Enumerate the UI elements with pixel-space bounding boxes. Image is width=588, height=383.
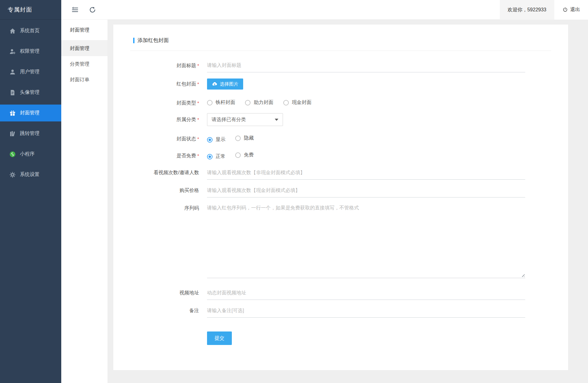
- cloud-upload-icon: [212, 81, 217, 87]
- sidebar-item-permissions[interactable]: 权限管理: [0, 43, 61, 60]
- body-row: 封面管理 封面管理 分类管理 封面订单 添加红包封面 封面标题*: [61, 20, 588, 383]
- gift-icon: [9, 110, 16, 117]
- submenu-item-cover-manage[interactable]: 封面管理: [61, 40, 107, 56]
- field-label: 购买价格: [130, 187, 199, 194]
- radio-option-xianjin[interactable]: 现金封面: [283, 99, 311, 106]
- sidebar-item-label: 系统首页: [20, 28, 40, 34]
- field-control: 提交: [207, 331, 525, 345]
- field-label: 备注: [130, 308, 199, 314]
- field-row-is-free: 是否免费* 正常 免费: [130, 150, 551, 162]
- radio-option-hide[interactable]: 隐藏: [235, 135, 254, 141]
- category-select[interactable]: 请选择已有分类: [207, 113, 283, 126]
- field-row-cover-image: 红包封面* 选择图片: [130, 79, 551, 90]
- purchase-price-input[interactable]: [207, 184, 525, 197]
- field-row-category: 所属分类* 请选择已有分类: [130, 113, 551, 126]
- radio-option-show[interactable]: 显示: [207, 136, 225, 143]
- collapse-menu-icon[interactable]: [71, 6, 79, 13]
- card-title: 添加红包封面: [133, 37, 551, 44]
- submit-row: 提交: [130, 331, 551, 345]
- welcome-user[interactable]: 欢迎你，5922933: [500, 0, 554, 20]
- submenu-title: 封面管理: [61, 20, 107, 40]
- field-control: [207, 184, 525, 197]
- field-label: 序列码: [130, 202, 199, 212]
- field-label: 封面状态*: [130, 136, 199, 142]
- field-row-serial-codes: 序列码: [130, 202, 551, 278]
- title-divider: [130, 51, 551, 51]
- sidebar-item-covers[interactable]: 封面管理: [0, 105, 61, 121]
- refresh-icon[interactable]: [89, 6, 96, 13]
- field-row-cover-status: 封面状态* 显示 隐藏: [130, 133, 551, 145]
- logout-button[interactable]: 退出: [554, 0, 588, 20]
- field-control: [207, 304, 525, 318]
- required-asterisk: *: [197, 100, 199, 105]
- sidebar-item-label: 头像管理: [20, 89, 40, 96]
- field-control: [207, 286, 525, 300]
- serial-codes-textarea[interactable]: [207, 202, 525, 278]
- field-control: 选择图片: [207, 79, 525, 90]
- content-area: 添加红包封面 封面标题* 红包封面*: [107, 20, 588, 383]
- books-icon: [9, 130, 16, 137]
- submit-button[interactable]: 提交: [207, 331, 232, 345]
- main-area: 欢迎你，5922933 退出 封面管理 封面管理 分类管理 封面订单 添加红包封…: [61, 0, 588, 383]
- field-row-remark: 备注: [130, 304, 551, 318]
- sidebar-item-label: 小程序: [20, 151, 35, 157]
- radio-icon-checked: [207, 137, 213, 143]
- field-label: 红包封面*: [130, 81, 199, 87]
- sidebar-item-home[interactable]: 系统首页: [0, 22, 61, 39]
- sidebar-item-settings[interactable]: 系统设置: [0, 166, 61, 183]
- category-select-value: 请选择已有分类: [212, 117, 275, 123]
- field-row-purchase-price: 购买价格: [130, 184, 551, 197]
- home-icon: [9, 28, 16, 34]
- sidebar-item-label: 权限管理: [20, 48, 40, 55]
- submenu: 封面管理 封面管理 分类管理 封面订单: [61, 20, 107, 383]
- field-row-video-count: 看视频次数/邀请人数: [130, 166, 551, 180]
- chevron-down-icon: [275, 119, 278, 121]
- sidebar-item-users[interactable]: 用户管理: [0, 63, 61, 80]
- field-label: 封面标题*: [130, 62, 199, 69]
- sidebar-item-avatars[interactable]: 头像管理: [0, 84, 61, 101]
- field-row-video-url: 视频地址: [130, 286, 551, 300]
- radio-option-zhuli[interactable]: 助力封面: [245, 99, 273, 106]
- radio-icon: [235, 152, 241, 158]
- field-label: 所属分类*: [130, 117, 199, 123]
- radio-icon: [235, 136, 241, 141]
- field-control: 正常 免费: [207, 152, 525, 160]
- sidebar: 专属封面 系统首页 权限管理 用户管理: [0, 0, 61, 383]
- required-asterisk: *: [197, 63, 199, 68]
- submenu-item-category-manage[interactable]: 分类管理: [61, 56, 107, 72]
- field-label: 视频地址: [130, 290, 199, 296]
- field-label: 是否免费*: [130, 153, 199, 159]
- radio-option-tiegan[interactable]: 铁杆封面: [207, 99, 235, 106]
- field-control: 请选择已有分类: [207, 113, 525, 126]
- radio-icon-checked: [207, 154, 213, 159]
- sidebar-item-miniprogram[interactable]: 小程序: [0, 146, 61, 163]
- user-gear-icon: [9, 48, 16, 55]
- choose-image-button[interactable]: 选择图片: [207, 79, 243, 90]
- submenu-item-cover-orders[interactable]: 封面订单: [61, 72, 107, 87]
- field-control: [207, 202, 525, 278]
- field-label: 看视频次数/邀请人数: [130, 170, 199, 176]
- gear-icon: [9, 171, 16, 178]
- radio-option-free[interactable]: 免费: [235, 152, 254, 158]
- choose-image-label: 选择图片: [220, 81, 238, 87]
- required-asterisk: *: [197, 81, 199, 86]
- sidebar-nav: 系统首页 权限管理 用户管理 头像管理: [0, 20, 61, 183]
- sidebar-item-label: 用户管理: [20, 69, 40, 75]
- title-marker: [133, 38, 134, 43]
- video-count-input[interactable]: [207, 166, 525, 180]
- sidebar-item-label: 系统设置: [20, 171, 40, 178]
- miniprogram-icon: [9, 151, 16, 158]
- cover-title-input[interactable]: [207, 59, 525, 72]
- field-row-cover-title: 封面标题*: [130, 59, 551, 72]
- radio-icon: [283, 100, 289, 105]
- field-control: [207, 59, 525, 72]
- radio-icon: [245, 100, 251, 105]
- sidebar-item-redirects[interactable]: 跳转管理: [0, 125, 61, 142]
- logout-label: 退出: [570, 6, 580, 13]
- sidebar-item-label: 封面管理: [20, 110, 40, 116]
- video-url-input[interactable]: [207, 286, 525, 300]
- radio-option-normal[interactable]: 正常: [207, 153, 225, 160]
- remark-input[interactable]: [207, 304, 525, 318]
- document-icon: [9, 89, 16, 96]
- topbar: 欢迎你，5922933 退出: [61, 0, 588, 20]
